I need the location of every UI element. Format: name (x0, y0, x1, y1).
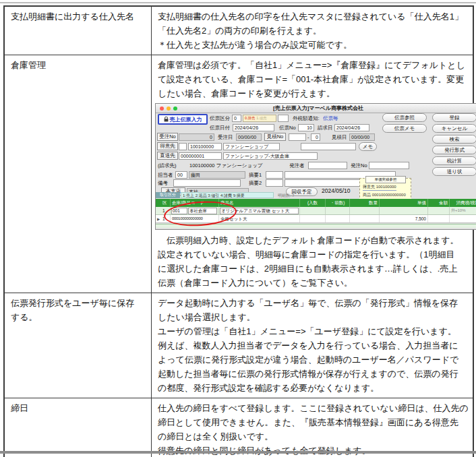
titlebar: [売上伝票入力]マーベル商事株式会社 (156, 104, 476, 113)
biko-field (173, 179, 241, 187)
mitsumori-date-field: 00/00/00 (349, 133, 375, 141)
irisu-cell (300, 207, 326, 214)
grid-header-code: 倉庫/商品コード (171, 199, 219, 207)
grid-header-kingaku: 金額 (428, 199, 450, 207)
seikyu-date-field: 2024/04/26 (334, 124, 369, 131)
denpyo-kubun-field: 0 (232, 115, 241, 122)
kubun-extra-field (278, 115, 289, 122)
mitsumori-no-field1 (289, 133, 306, 141)
tekiyo1-field1 (266, 171, 283, 179)
grid-header-shohizei: 消費税/税額 (450, 199, 476, 207)
juchu-date-label: 受注日 (218, 133, 233, 141)
mitsumori-dash: - (307, 133, 309, 141)
warehouse-name: 本社倉庫 (188, 208, 217, 214)
row-kubun-cell: 1 (161, 215, 171, 222)
window-title: [売上伝票入力]マーベル商事株式会社 (156, 104, 476, 113)
kaishu-yotei-date: 2024/05/10 (322, 187, 351, 195)
item-name-cell: オリジナルアニマル置物 セット大 (219, 207, 300, 214)
tax-notice-label: 外税額通知: (293, 115, 320, 122)
tekiyo1-label: 摘要1 (249, 171, 262, 179)
suryo-cell (350, 215, 380, 222)
term-cell: 倉庫管理 (5, 55, 152, 293)
tanka-shohin: 商品 000100000000000 (363, 192, 406, 198)
tanka-cell: 7,500 (380, 215, 428, 222)
kingaku-cell (428, 207, 450, 214)
row-pointer-cell (156, 207, 161, 214)
denpyo-memo-button: 伝票メモ (382, 124, 427, 133)
table-row: 伝票発行形式をユーザ毎に保存する。 データ起動時に入力する「ユーザ名」毎で、伝票… (5, 293, 473, 398)
grid-header-ku: 区 (161, 199, 171, 207)
chokusosaki-code-field: 000000001 (179, 152, 222, 160)
tekiyo2-label: 摘要2 (249, 179, 262, 187)
tax-rate-cell: 外+10% (450, 207, 476, 214)
term-cell: 支払明細書に出力する仕入先名 (5, 7, 152, 55)
grid-header-item: 商品名 (219, 199, 300, 207)
hatchusha-label: 発注者 (289, 162, 305, 169)
tokuisaki-label: 得意先 (157, 142, 178, 150)
hakko-keishiki-button: 発行形式 (432, 146, 476, 154)
zeikeisan-button: 税計算 (432, 156, 476, 165)
settings-doc-table: 支払明細書に出力する仕入先名 支払明細書の仕入先名の印字を仕入先マスタに登録され… (3, 5, 474, 457)
juchu-no-label: 受注No (157, 133, 178, 141)
tanka-tokuisaki: 得意先 100100000 (363, 184, 396, 191)
irisu-cell (300, 215, 326, 222)
current-row-pointer-icon: ▶ (156, 215, 161, 222)
seikyusaki-value: 100100000 ファンシーショップ (189, 162, 263, 169)
juchu-no-field: 0 (179, 133, 214, 141)
tokuisaki-name-field: ファンシーショップ (223, 143, 280, 150)
denpyo-no-label: 伝票No (279, 124, 296, 131)
mitsumori-no-label: 見積No (264, 133, 286, 141)
mode-button: 売上伝票入力 (158, 114, 208, 125)
cancel-button: キャンセル (432, 124, 476, 133)
hatchu-no-field (369, 162, 409, 169)
hakosu-cell (326, 207, 350, 214)
chokusosaki-label: 直送先 (157, 152, 178, 160)
table-row: 倉庫管理 倉庫管理は必須です。「自社1」メニュー=>『倉庫登録』にてデフォルトと… (5, 55, 473, 293)
term-cell: 伝票発行形式をユーザ毎に保存する。 (5, 293, 152, 398)
kingaku-cell (428, 215, 450, 222)
grid-row-partial (156, 224, 476, 228)
torihiki-kubun-options: 1:売上 2:返品 3:値引 4:諸費 9:摘要 (181, 192, 274, 198)
denpyo-sansho-button: 伝票参照 (382, 113, 427, 122)
kubun-option-inactive: 1.現売 (256, 116, 267, 120)
grid-header-irisu: (入数 (300, 199, 326, 207)
grid-header: 区 倉庫/商品コード 商品名 (入数 ・箱数) 数量 単価 金額 消費税/税額 (156, 199, 476, 207)
torihiki-kubun-label: 取引区分 (156, 192, 180, 198)
hakosu-cell (326, 215, 350, 222)
item-name-cell: 全種セット大 (219, 215, 300, 222)
denpyo-kubun-label: 伝票区分 (210, 115, 230, 122)
meisai-count: 明細数: 7 (278, 193, 295, 199)
item-name: オリジナルアニマル置物 セット大 (220, 208, 299, 214)
biko-label: 備考 (158, 179, 168, 187)
denpyo-date-field: 2024/04/26 (233, 124, 274, 131)
seikyu-date-label: 請求日 (318, 124, 333, 131)
desc-cell: データ起動時に入力する「ユーザ名」毎で、伝票の「発行形式」情報を保存したい場合選… (152, 293, 473, 398)
mitsumori-date-label: 見積日 (332, 133, 347, 141)
grid-header-suryo: 数量 (350, 199, 380, 207)
juchu-date-field: 00/00/00 (236, 133, 262, 141)
chokusosaki-name-field: ファンシーショップ-大阪倉庫 (223, 152, 318, 160)
denpyo-no-field: 10 (298, 124, 314, 131)
table-row: 締日 仕入先の締日をすべて登録します。ここに登録されていない締日は、仕入先の締日… (5, 398, 473, 457)
okurijo-button: 送り状 (432, 167, 476, 176)
table-row: 支払明細書に出力する仕入先名 支払明細書の仕入先名の印字を仕入先マスタに登録され… (5, 7, 473, 55)
row-kubun-cell: 1 (161, 207, 171, 214)
paragraph: 倉庫管理は必須です。「自社1」メニュー=>『倉庫登録』にてデフォルトとして設定さ… (158, 58, 470, 100)
lock-icon (164, 117, 169, 122)
tantosha-label: 担当者 (158, 171, 173, 179)
desc-cell: 倉庫管理は必須です。「自社1」メニュー=>『倉庫登録』にてデフォルトとして設定さ… (152, 55, 473, 293)
tanka-jisseki-title: 単価実績参照 (365, 176, 406, 183)
tax-notice-value: 伝票毎 (323, 115, 338, 122)
tax-rate-cell (450, 215, 476, 222)
grid-header-hakosu: ・箱数) (326, 199, 350, 207)
kensaku-button: 検索 (432, 135, 476, 144)
grid-row-warehouse: 1 001本社倉庫 オリジナルアニマル置物 セット大 外+10% (156, 207, 476, 215)
desc-cell: 支払明細書の仕入先名の印字を仕入先マスタに登録されている「仕入先名1」「仕入先名… (152, 7, 473, 55)
tantosha-code-field: 00 (175, 171, 187, 179)
grid-row-item: ▶ 1 000100000000000 全種セット大 7,500 (156, 215, 476, 223)
tokuisaki-extra-field (301, 143, 356, 150)
embedded-screenshot: [売上伝票入力]マーベル商事株式会社 売上伝票入力 伝票区分 0 0.掛売 1.… (155, 103, 476, 230)
memo-button: メモ (359, 142, 377, 151)
denpyo-date-label: 伝票日付 (210, 124, 230, 131)
kubun-options-field: 0.掛売 1.現売 (243, 115, 276, 122)
